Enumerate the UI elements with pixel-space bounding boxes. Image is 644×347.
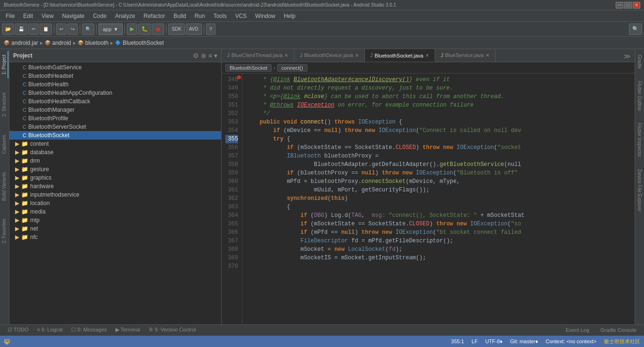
folder-icon-mtp: ▶	[15, 217, 19, 223]
tree-item-bluetooth-health-callback[interactable]: C BluetoothHealthCallback	[9, 97, 221, 106]
minimize-button[interactable]: ─	[616, 2, 623, 8]
tree-item-bluetooth-headset[interactable]: C BluetoothHeadset	[9, 72, 221, 80]
help-btn[interactable]: ?	[206, 24, 215, 35]
tab-blue-client-thread[interactable]: J BlueClientThread.java ✕	[222, 49, 294, 62]
close-button[interactable]: ✕	[633, 2, 640, 8]
tab-close-2[interactable]: ✕	[355, 53, 359, 58]
breadcrumb-sep-1: ▸	[40, 40, 43, 46]
folder-img-graphics: 📁	[21, 174, 28, 181]
right-tab-gradle[interactable]: Gradle	[636, 51, 643, 73]
tree-item-nfc[interactable]: ▶ 📁 nfc	[9, 233, 221, 241]
menu-window[interactable]: Window	[251, 12, 279, 20]
toolbar-btn-1[interactable]: 📂	[2, 24, 14, 35]
app-dropdown[interactable]: app ▼	[99, 24, 123, 35]
code-line-356: try {	[246, 135, 631, 143]
breadcrumb-class[interactable]: 🔷 BluetoothSocket	[115, 40, 164, 46]
menu-refactor[interactable]: Refactor	[140, 12, 169, 20]
method-path-btn[interactable]: connect()	[277, 64, 307, 72]
tree-item-content[interactable]: ▶ 📁 content	[9, 140, 221, 148]
menu-build[interactable]: Build	[170, 12, 190, 20]
breadcrumb-android[interactable]: 📦 android	[45, 40, 71, 46]
tab-label-1: BlueClientThread.java	[231, 52, 282, 58]
tree-label-database: database	[30, 149, 53, 156]
gear-icon[interactable]: ▾	[214, 52, 217, 59]
menu-vcs[interactable]: VCS	[231, 12, 251, 20]
tab-bluetooth-device[interactable]: J BluetoothDevice.java ✕	[294, 49, 364, 62]
tab-close-3[interactable]: ✕	[425, 53, 429, 58]
right-tab-device-file-explorer[interactable]: Device File Explorer	[636, 165, 643, 215]
sidebar-tab-project[interactable]: 1: Project	[0, 51, 8, 78]
breadcrumb-bluetooth[interactable]: 📦 bluetooth	[78, 40, 108, 46]
menu-navigate[interactable]: Navigate	[58, 12, 88, 20]
right-tab-flutter-inspector[interactable]: Flutter Inspector	[636, 119, 643, 161]
sidebar-tab-favorites[interactable]: 2: Favorites	[0, 215, 8, 247]
right-tab-flutter-outline[interactable]: Flutter Outline	[636, 77, 643, 115]
bottom-tab-todo[interactable]: ☑ TODO	[4, 326, 32, 334]
tab-overflow-btn[interactable]: ≫	[620, 50, 635, 62]
tree-item-bluetooth-health[interactable]: C BluetoothHealth	[9, 80, 221, 89]
bottom-tab-logcat[interactable]: ≡ 6: Logcat	[33, 326, 66, 334]
tree-label-headset: BluetoothHeadset	[28, 73, 73, 79]
avd-manager-btn[interactable]: AVD	[186, 24, 202, 35]
menu-help[interactable]: Help	[280, 12, 299, 20]
tree-item-bluetooth-gatt-service[interactable]: C BluetoothGattService	[9, 63, 221, 72]
menu-file[interactable]: File	[2, 12, 18, 20]
stop-button[interactable]: ⏹	[152, 24, 164, 35]
tab-close-1[interactable]: ✕	[284, 53, 288, 58]
tree-item-drm[interactable]: ▶ 📁 drm	[9, 157, 221, 165]
tree-item-media[interactable]: ▶ 📁 media	[9, 207, 221, 216]
tab-close-4[interactable]: ✕	[486, 53, 489, 58]
tree-item-hardware[interactable]: ▶ 📁 hardware	[9, 182, 221, 190]
run-button[interactable]: ▶	[127, 24, 137, 35]
tree-item-graphics[interactable]: ▶ 📁 graphics	[9, 174, 221, 182]
maximize-button[interactable]: □	[624, 2, 632, 8]
toolbar-btn-undo[interactable]: ↩	[56, 24, 66, 35]
folder-icon-hardware: ▶	[15, 183, 19, 190]
folder-img-net: 📁	[21, 225, 28, 232]
tree-item-mtp[interactable]: ▶ 📁 mtp	[9, 216, 221, 224]
menu-analyze[interactable]: Analyze	[111, 12, 139, 20]
tab-blue-service[interactable]: J BlueService.java ✕	[435, 49, 495, 62]
gradle-console-btn[interactable]: Gradle Console	[597, 327, 640, 334]
menu-run[interactable]: Run	[191, 12, 209, 20]
class-path-btn[interactable]: BluetoothSocket	[225, 64, 272, 72]
tree-item-location[interactable]: ▶ 📁 location	[9, 199, 221, 207]
menu-view[interactable]: View	[38, 12, 58, 20]
sidebar-tab-build-variants[interactable]: Build Variants	[0, 168, 8, 205]
sidebar-tab-captures[interactable]: Captures	[0, 131, 8, 158]
status-right: 355:1 LF UTF-8♦ Git: master♦ Context: <n…	[451, 338, 640, 345]
settings-icon[interactable]: ⚙	[193, 52, 199, 59]
toolbar-btn-redo[interactable]: ↪	[67, 24, 78, 35]
sdk-manager-btn[interactable]: SDK	[168, 24, 185, 35]
bottom-tab-terminal[interactable]: ▶ Terminal	[112, 326, 144, 334]
toolbar-btn-2[interactable]: 💾	[15, 24, 27, 35]
tree-item-inputmethodservice[interactable]: ▶ 📁 inputmethodservice	[9, 190, 221, 199]
sidebar-tab-structure[interactable]: 2: Structure	[0, 89, 8, 121]
menu-tools[interactable]: Tools	[210, 12, 231, 20]
menu-edit[interactable]: Edit	[19, 12, 37, 20]
tab-bluetooth-socket[interactable]: J BluetoothSocket.java ✕	[365, 49, 435, 62]
debug-button[interactable]: 🐛	[138, 24, 151, 35]
tree-item-net[interactable]: ▶ 📁 net	[9, 224, 221, 233]
global-search-btn[interactable]: 🔍	[629, 24, 642, 35]
toolbar-btn-3[interactable]: ✂	[28, 24, 39, 35]
tree-item-database[interactable]: ▶ 📁 database	[9, 148, 221, 157]
menu-code[interactable]: Code	[89, 12, 110, 20]
sort-icon[interactable]: ≡	[208, 52, 212, 59]
tree-item-gesture[interactable]: ▶ 📁 gesture	[9, 165, 221, 174]
toolbar-btn-4[interactable]: 📋	[40, 24, 52, 35]
tree-item-bluetooth-manager[interactable]: C BluetoothManager	[9, 106, 221, 114]
event-log-btn[interactable]: Event Log	[562, 327, 593, 334]
code-content[interactable]: * {@link BluetoothAdapter#cancelDiscover…	[242, 74, 635, 324]
breadcrumb-jar[interactable]: 📦 android.jar	[4, 40, 38, 46]
collapse-icon[interactable]: ⊕	[201, 52, 206, 59]
tree-item-bluetooth-profile[interactable]: C BluetoothProfile	[9, 114, 221, 123]
tree-item-bluetooth-health-app-config[interactable]: C BluetoothHealthAppConfiguration	[9, 89, 221, 97]
bottom-tab-version-control[interactable]: ⑨ 9: Version Control	[145, 326, 200, 334]
line-num-370: 370	[225, 262, 238, 271]
toolbar-btn-find[interactable]: 🔍	[82, 24, 94, 35]
tree-item-bluetooth-socket[interactable]: C BluetoothSocket	[9, 131, 221, 140]
tree-item-bluetooth-server-socket[interactable]: C BluetoothServerSocket	[9, 123, 221, 131]
bottom-tab-messages[interactable]: ☐ 0: Messages	[67, 326, 110, 334]
folder-icon-location: ▶	[15, 200, 19, 207]
